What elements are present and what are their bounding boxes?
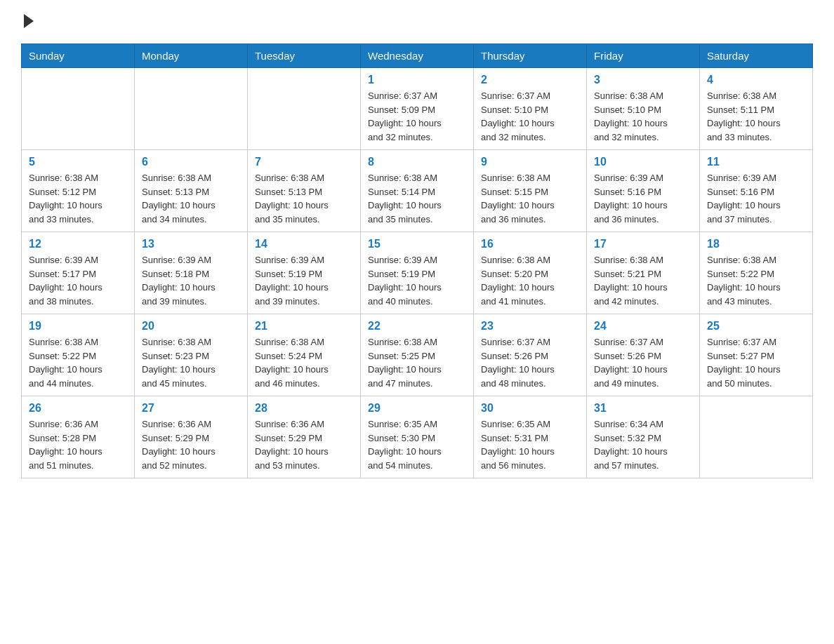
calendar-cell: 11Sunrise: 6:39 AM Sunset: 5:16 PM Dayli… xyxy=(700,150,813,232)
calendar-cell: 23Sunrise: 6:37 AM Sunset: 5:26 PM Dayli… xyxy=(474,314,587,396)
calendar-cell: 31Sunrise: 6:34 AM Sunset: 5:32 PM Dayli… xyxy=(587,396,700,478)
day-info: Sunrise: 6:38 AM Sunset: 5:14 PM Dayligh… xyxy=(368,171,466,226)
page-header xyxy=(21,14,813,29)
calendar-header-row: SundayMondayTuesdayWednesdayThursdayFrid… xyxy=(22,44,813,68)
calendar-cell: 19Sunrise: 6:38 AM Sunset: 5:22 PM Dayli… xyxy=(22,314,135,396)
day-number: 19 xyxy=(29,320,127,333)
calendar-cell: 18Sunrise: 6:38 AM Sunset: 5:22 PM Dayli… xyxy=(700,232,813,314)
day-info: Sunrise: 6:36 AM Sunset: 5:29 PM Dayligh… xyxy=(142,417,240,472)
day-info: Sunrise: 6:39 AM Sunset: 5:19 PM Dayligh… xyxy=(368,253,466,308)
day-info: Sunrise: 6:37 AM Sunset: 5:10 PM Dayligh… xyxy=(481,89,579,144)
day-number: 16 xyxy=(481,238,579,250)
day-number: 25 xyxy=(707,320,805,333)
calendar-cell: 21Sunrise: 6:38 AM Sunset: 5:24 PM Dayli… xyxy=(248,314,361,396)
day-number: 13 xyxy=(142,238,240,250)
day-info: Sunrise: 6:38 AM Sunset: 5:13 PM Dayligh… xyxy=(142,171,240,226)
day-number: 30 xyxy=(481,402,579,415)
logo xyxy=(21,14,34,29)
day-info: Sunrise: 6:38 AM Sunset: 5:22 PM Dayligh… xyxy=(707,253,805,308)
day-info: Sunrise: 6:37 AM Sunset: 5:26 PM Dayligh… xyxy=(481,335,579,390)
calendar-cell: 16Sunrise: 6:38 AM Sunset: 5:20 PM Dayli… xyxy=(474,232,587,314)
day-info: Sunrise: 6:35 AM Sunset: 5:31 PM Dayligh… xyxy=(481,417,579,472)
day-number: 5 xyxy=(29,156,127,168)
calendar-cell xyxy=(135,68,248,150)
day-number: 17 xyxy=(594,238,692,250)
day-info: Sunrise: 6:38 AM Sunset: 5:10 PM Dayligh… xyxy=(594,89,692,144)
day-number: 10 xyxy=(594,156,692,168)
calendar-week-row: 12Sunrise: 6:39 AM Sunset: 5:17 PM Dayli… xyxy=(22,232,813,314)
day-number: 9 xyxy=(481,156,579,168)
calendar-cell: 3Sunrise: 6:38 AM Sunset: 5:10 PM Daylig… xyxy=(587,68,700,150)
day-number: 7 xyxy=(255,156,353,168)
calendar-cell xyxy=(22,68,135,150)
day-number: 29 xyxy=(368,402,466,415)
day-info: Sunrise: 6:37 AM Sunset: 5:09 PM Dayligh… xyxy=(368,89,466,144)
day-number: 27 xyxy=(142,402,240,415)
calendar-week-row: 19Sunrise: 6:38 AM Sunset: 5:22 PM Dayli… xyxy=(22,314,813,396)
day-number: 31 xyxy=(594,402,692,415)
calendar-week-row: 26Sunrise: 6:36 AM Sunset: 5:28 PM Dayli… xyxy=(22,396,813,478)
day-info: Sunrise: 6:38 AM Sunset: 5:15 PM Dayligh… xyxy=(481,171,579,226)
day-number: 12 xyxy=(29,238,127,250)
calendar-day-header: Thursday xyxy=(474,44,587,68)
day-number: 6 xyxy=(142,156,240,168)
calendar-cell: 5Sunrise: 6:38 AM Sunset: 5:12 PM Daylig… xyxy=(22,150,135,232)
day-number: 2 xyxy=(481,74,579,86)
day-info: Sunrise: 6:37 AM Sunset: 5:27 PM Dayligh… xyxy=(707,335,805,390)
day-number: 20 xyxy=(142,320,240,333)
day-info: Sunrise: 6:34 AM Sunset: 5:32 PM Dayligh… xyxy=(594,417,692,472)
calendar-cell: 29Sunrise: 6:35 AM Sunset: 5:30 PM Dayli… xyxy=(361,396,474,478)
calendar-cell: 17Sunrise: 6:38 AM Sunset: 5:21 PM Dayli… xyxy=(587,232,700,314)
day-number: 28 xyxy=(255,402,353,415)
day-number: 24 xyxy=(594,320,692,333)
day-number: 8 xyxy=(368,156,466,168)
calendar-cell: 25Sunrise: 6:37 AM Sunset: 5:27 PM Dayli… xyxy=(700,314,813,396)
calendar-cell: 13Sunrise: 6:39 AM Sunset: 5:18 PM Dayli… xyxy=(135,232,248,314)
day-number: 26 xyxy=(29,402,127,415)
calendar-cell: 30Sunrise: 6:35 AM Sunset: 5:31 PM Dayli… xyxy=(474,396,587,478)
calendar-day-header: Monday xyxy=(135,44,248,68)
calendar-cell: 15Sunrise: 6:39 AM Sunset: 5:19 PM Dayli… xyxy=(361,232,474,314)
calendar-day-header: Saturday xyxy=(700,44,813,68)
calendar-cell: 4Sunrise: 6:38 AM Sunset: 5:11 PM Daylig… xyxy=(700,68,813,150)
day-number: 21 xyxy=(255,320,353,333)
calendar-cell: 28Sunrise: 6:36 AM Sunset: 5:29 PM Dayli… xyxy=(248,396,361,478)
day-info: Sunrise: 6:39 AM Sunset: 5:18 PM Dayligh… xyxy=(142,253,240,308)
calendar-cell: 1Sunrise: 6:37 AM Sunset: 5:09 PM Daylig… xyxy=(361,68,474,150)
calendar-cell: 24Sunrise: 6:37 AM Sunset: 5:26 PM Dayli… xyxy=(587,314,700,396)
day-info: Sunrise: 6:36 AM Sunset: 5:29 PM Dayligh… xyxy=(255,417,353,472)
day-info: Sunrise: 6:38 AM Sunset: 5:11 PM Dayligh… xyxy=(707,89,805,144)
calendar-cell: 10Sunrise: 6:39 AM Sunset: 5:16 PM Dayli… xyxy=(587,150,700,232)
day-info: Sunrise: 6:39 AM Sunset: 5:17 PM Dayligh… xyxy=(29,253,127,308)
calendar-cell: 7Sunrise: 6:38 AM Sunset: 5:13 PM Daylig… xyxy=(248,150,361,232)
calendar-week-row: 1Sunrise: 6:37 AM Sunset: 5:09 PM Daylig… xyxy=(22,68,813,150)
calendar-week-row: 5Sunrise: 6:38 AM Sunset: 5:12 PM Daylig… xyxy=(22,150,813,232)
day-info: Sunrise: 6:38 AM Sunset: 5:21 PM Dayligh… xyxy=(594,253,692,308)
calendar-cell: 26Sunrise: 6:36 AM Sunset: 5:28 PM Dayli… xyxy=(22,396,135,478)
day-info: Sunrise: 6:36 AM Sunset: 5:28 PM Dayligh… xyxy=(29,417,127,472)
day-number: 22 xyxy=(368,320,466,333)
day-info: Sunrise: 6:37 AM Sunset: 5:26 PM Dayligh… xyxy=(594,335,692,390)
calendar-day-header: Tuesday xyxy=(248,44,361,68)
day-info: Sunrise: 6:39 AM Sunset: 5:16 PM Dayligh… xyxy=(594,171,692,226)
calendar-day-header: Wednesday xyxy=(361,44,474,68)
calendar-cell: 27Sunrise: 6:36 AM Sunset: 5:29 PM Dayli… xyxy=(135,396,248,478)
calendar-day-header: Friday xyxy=(587,44,700,68)
calendar-cell: 6Sunrise: 6:38 AM Sunset: 5:13 PM Daylig… xyxy=(135,150,248,232)
calendar-cell: 8Sunrise: 6:38 AM Sunset: 5:14 PM Daylig… xyxy=(361,150,474,232)
calendar-cell: 12Sunrise: 6:39 AM Sunset: 5:17 PM Dayli… xyxy=(22,232,135,314)
day-number: 11 xyxy=(707,156,805,168)
day-info: Sunrise: 6:35 AM Sunset: 5:30 PM Dayligh… xyxy=(368,417,466,472)
calendar-day-header: Sunday xyxy=(22,44,135,68)
day-info: Sunrise: 6:38 AM Sunset: 5:12 PM Dayligh… xyxy=(29,171,127,226)
calendar-cell: 14Sunrise: 6:39 AM Sunset: 5:19 PM Dayli… xyxy=(248,232,361,314)
calendar-cell: 20Sunrise: 6:38 AM Sunset: 5:23 PM Dayli… xyxy=(135,314,248,396)
day-number: 3 xyxy=(594,74,692,86)
day-info: Sunrise: 6:39 AM Sunset: 5:19 PM Dayligh… xyxy=(255,253,353,308)
day-info: Sunrise: 6:38 AM Sunset: 5:20 PM Dayligh… xyxy=(481,253,579,308)
day-info: Sunrise: 6:39 AM Sunset: 5:16 PM Dayligh… xyxy=(707,171,805,226)
calendar-cell xyxy=(248,68,361,150)
calendar-cell xyxy=(700,396,813,478)
day-number: 15 xyxy=(368,238,466,250)
day-number: 18 xyxy=(707,238,805,250)
